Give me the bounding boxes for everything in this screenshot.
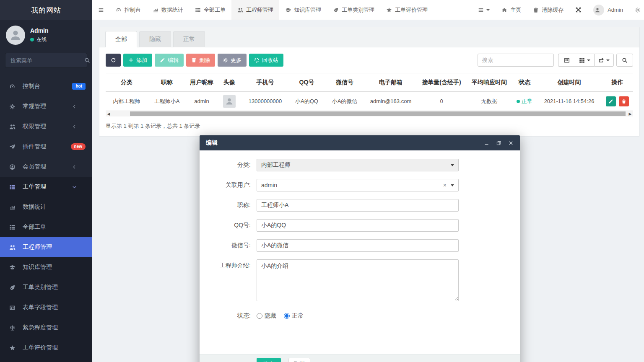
sidebar-item-form-fields[interactable]: 表单字段管理 — [0, 297, 92, 318]
cell-actions — [602, 92, 633, 111]
status-radio-hidden[interactable] — [257, 313, 262, 319]
status-option-normal[interactable]: 正常 — [284, 312, 304, 320]
sidebar-item-reviews[interactable]: 工单评价管理 — [0, 338, 92, 358]
tab-hidden[interactable]: 隐藏 — [139, 31, 171, 47]
table-search-input[interactable] — [478, 54, 554, 67]
job-title-input[interactable] — [257, 199, 459, 212]
minimize-icon[interactable] — [484, 140, 489, 146]
sidebar-item-engineers[interactable]: 工程师管理 — [0, 237, 92, 257]
maximize-icon[interactable] — [496, 140, 501, 146]
col-email[interactable]: 电子邮箱 — [365, 73, 417, 92]
refresh-button[interactable] — [106, 54, 121, 67]
cancel-button[interactable]: 取消 — [288, 358, 310, 362]
sidebar-item-categories[interactable]: 工单类别管理 — [0, 277, 92, 297]
nav-list-dropdown[interactable] — [472, 0, 496, 20]
scroll-right-arrow[interactable]: ▶ — [627, 111, 633, 116]
more-button[interactable]: 更多 — [218, 54, 247, 67]
topnav-item-categories[interactable]: 工单类别管理 — [327, 0, 380, 20]
sidebar-item-general[interactable]: 常规管理 — [0, 96, 92, 116]
intro-textarea[interactable]: 小A的介绍 — [257, 259, 459, 301]
gear-icon — [223, 57, 228, 63]
tab-all[interactable]: 全部 — [105, 31, 137, 47]
scroll-left-arrow[interactable]: ◀ — [106, 111, 112, 116]
col-created[interactable]: 创建时间 — [537, 73, 602, 92]
status-option-hidden[interactable]: 隐藏 — [257, 312, 276, 320]
col-qq[interactable]: QQ号 — [289, 73, 325, 92]
hot-badge: hot — [72, 83, 86, 90]
home-button[interactable]: 主页 — [496, 0, 527, 20]
topnav-item-knowledge[interactable]: 知识库管理 — [279, 0, 327, 20]
sidebar-item-plugins[interactable]: 插件管理 new — [0, 137, 92, 157]
row-edit-button[interactable] — [606, 96, 616, 106]
plus-icon — [128, 57, 134, 63]
status-radio-normal[interactable] — [284, 313, 290, 319]
topnav-item-all-tickets[interactable]: 全部工单 — [189, 0, 231, 20]
sidebar-item-members[interactable]: 会员管理 — [0, 157, 92, 177]
col-orders[interactable]: 接单量(含经手) — [417, 73, 466, 92]
caret-down-icon — [606, 59, 610, 61]
col-avg-response[interactable]: 平均响应时间 — [466, 73, 512, 92]
col-nickname[interactable]: 用户昵称 — [186, 73, 217, 92]
graduation-cap-icon — [285, 7, 291, 13]
col-phone[interactable]: 手机号 — [242, 73, 289, 92]
scrollbar-thumb[interactable] — [130, 111, 626, 116]
row-avatar — [223, 95, 236, 108]
category-select[interactable]: 内部工程师 — [257, 159, 459, 171]
list-icon — [478, 7, 484, 13]
home-icon — [501, 7, 507, 13]
col-category[interactable]: 分类 — [106, 73, 148, 92]
clear-cache-button[interactable]: 清除缓存 — [527, 0, 569, 20]
trash-icon — [533, 7, 539, 13]
qq-input[interactable] — [257, 219, 459, 232]
horizontal-scrollbar[interactable]: ◀ ▶ — [106, 111, 633, 116]
row-delete-button[interactable] — [619, 96, 629, 106]
sidebar-item-statistics[interactable]: 数据统计 — [0, 197, 92, 217]
wechat-input[interactable] — [257, 239, 459, 252]
col-wechat[interactable]: 微信号 — [325, 73, 365, 92]
user-select[interactable]: admin × — [257, 179, 459, 191]
col-actions[interactable]: 操作 — [602, 73, 633, 92]
col-avatar[interactable]: 头像 — [217, 73, 242, 92]
sidebar-item-dashboard[interactable]: 控制台 hot — [0, 76, 92, 96]
topnav-item-statistics[interactable]: 数据统计 — [147, 0, 189, 20]
clear-icon[interactable]: × — [443, 182, 447, 189]
sidebar-item-clipped[interactable]: 通知模板管理 — [0, 358, 92, 362]
edit-button[interactable]: 编辑 — [155, 54, 184, 67]
table-row[interactable]: 内部工程师 工程师小A admin 13000000000 小A的QQ 小A的微… — [106, 92, 633, 111]
confirm-button[interactable]: 确定 — [257, 358, 281, 362]
menu-search-input[interactable] — [10, 57, 84, 64]
export-button[interactable] — [594, 54, 614, 67]
paper-plane-icon — [9, 144, 18, 150]
dialog-titlebar[interactable]: 编辑 — [200, 135, 520, 150]
toggle-view-button[interactable] — [558, 54, 575, 67]
bar-chart-icon — [153, 7, 158, 13]
fullscreen-button[interactable] — [569, 0, 587, 20]
job-title-label: 职称: — [200, 202, 257, 209]
tab-normal[interactable]: 正常 — [173, 31, 205, 47]
sidebar-toggle-button[interactable] — [92, 0, 110, 20]
search-submit-button[interactable] — [616, 54, 633, 67]
sidebar-user-status: 在线 — [30, 36, 49, 43]
sidebar-item-knowledge[interactable]: 知识库管理 — [0, 257, 92, 277]
col-status[interactable]: 状态 — [512, 73, 537, 92]
caret-down-icon — [587, 59, 590, 61]
col-title[interactable]: 职称 — [148, 73, 186, 92]
brand-title: 我的网站 — [0, 0, 92, 20]
delete-button[interactable]: 删除 — [186, 54, 215, 67]
add-label: 添加 — [136, 57, 147, 64]
sidebar-item-permissions[interactable]: 权限管理 — [0, 116, 92, 137]
topnav-item-reviews[interactable]: 工单评价管理 — [380, 0, 434, 20]
sidebar-item-workorders[interactable]: 工单管理 — [0, 177, 92, 197]
columns-button[interactable] — [575, 54, 594, 67]
user-menu[interactable]: Admin — [587, 0, 629, 20]
topnav-item-dashboard[interactable]: 控制台 — [110, 0, 147, 20]
settings-button[interactable] — [629, 0, 644, 20]
close-icon[interactable] — [508, 140, 514, 146]
sidebar-item-urgency[interactable]: 紧急程度管理 — [0, 318, 92, 338]
intro-label: 工程师介绍: — [200, 259, 257, 269]
add-button[interactable]: 添加 — [123, 54, 152, 67]
sidebar-item-all-tickets[interactable]: 全部工单 — [0, 217, 92, 237]
topnav-item-engineers[interactable]: 工程师管理 — [231, 0, 279, 20]
recycle-bin-button[interactable]: 回收站 — [249, 54, 283, 67]
menu-search-box[interactable] — [5, 53, 87, 68]
